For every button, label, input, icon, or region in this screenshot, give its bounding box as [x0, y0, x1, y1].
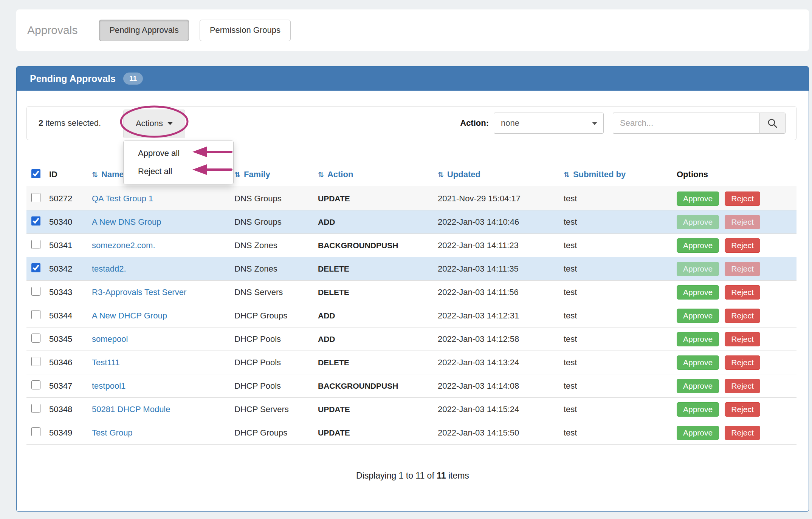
panel-title: Pending Approvals — [30, 73, 116, 84]
page-title: Approvals — [27, 24, 77, 37]
approve-button[interactable]: Approve — [677, 215, 719, 229]
table-row: 50343 R3-Approvals Test Server DNS Serve… — [26, 280, 797, 304]
row-family: DNS Groups — [231, 217, 315, 227]
row-action: UPDATE — [315, 405, 435, 414]
row-name-link[interactable]: 50281 DHCP Module — [92, 405, 170, 414]
row-updated: 2022-Jan-03 14:12:58 — [435, 334, 561, 344]
row-action: DELETE — [315, 288, 435, 297]
reject-button[interactable]: Reject — [725, 332, 760, 346]
row-updated: 2022-Jan-03 14:15:24 — [435, 405, 561, 414]
column-header-label: Family — [244, 170, 270, 179]
row-id: 50346 — [45, 358, 89, 368]
row-name-link[interactable]: testadd2. — [92, 264, 126, 273]
select-all-checkbox[interactable] — [31, 169, 40, 178]
reject-button[interactable]: Reject — [725, 192, 760, 206]
row-checkbox[interactable] — [31, 287, 40, 296]
reject-button[interactable]: Reject — [725, 238, 760, 253]
row-action: ADD — [315, 335, 435, 344]
actions-dropdown-menu: Approve all Reject all — [123, 141, 234, 184]
row-name-link[interactable]: Test Group — [92, 428, 133, 437]
row-checkbox[interactable] — [31, 193, 40, 202]
reject-button[interactable]: Reject — [725, 402, 760, 417]
table-footer: Displaying 1 to 11 of 11 items — [17, 471, 809, 481]
row-submitted-by: test — [561, 194, 674, 204]
menu-item-approve-all[interactable]: Approve all — [124, 144, 233, 162]
column-header-updated[interactable]: ⇅ Updated — [435, 170, 561, 179]
tab-permission-groups[interactable]: Permission Groups — [200, 20, 291, 41]
row-name-link[interactable]: somepool — [92, 334, 128, 344]
row-name-link[interactable]: A New DHCP Group — [92, 311, 167, 320]
row-checkbox[interactable] — [31, 334, 40, 343]
row-family: DNS Servers — [231, 287, 315, 297]
column-header-action[interactable]: ⇅ Action — [315, 170, 435, 179]
reject-button[interactable]: Reject — [725, 215, 760, 229]
row-id: 50341 — [45, 241, 89, 250]
row-submitted-by: test — [561, 405, 674, 414]
approve-button[interactable]: Approve — [677, 285, 719, 300]
search-input[interactable] — [613, 113, 759, 134]
row-family: DHCP Pools — [231, 381, 315, 391]
column-header-label: Name — [101, 170, 124, 179]
pending-approvals-table: ID ⇅ Name ⇅ Family ⇅ Action ⇅ Updated ⇅ … — [26, 162, 797, 445]
menu-item-reject-all[interactable]: Reject all — [124, 162, 233, 181]
row-name-link[interactable]: somezone2.com. — [92, 241, 155, 250]
tab-pending-approvals[interactable]: Pending Approvals — [99, 20, 189, 41]
row-family: DNS Zones — [231, 264, 315, 274]
reject-button[interactable]: Reject — [725, 285, 760, 300]
approve-button[interactable]: Approve — [677, 355, 719, 370]
row-name-link[interactable]: R3-Approvals Test Server — [92, 287, 186, 297]
search-button[interactable] — [759, 113, 786, 134]
row-action: UPDATE — [315, 194, 435, 203]
reject-button[interactable]: Reject — [725, 309, 760, 323]
row-checkbox[interactable] — [31, 263, 40, 272]
row-action: ADD — [315, 218, 435, 227]
row-submitted-by: test — [561, 241, 674, 250]
column-header-submitted-by[interactable]: ⇅ Submitted by — [561, 170, 674, 179]
row-checkbox[interactable] — [31, 357, 40, 366]
approve-button[interactable]: Approve — [677, 379, 719, 393]
row-checkbox[interactable] — [31, 404, 40, 413]
column-header-options: Options — [674, 170, 797, 179]
row-submitted-by: test — [561, 264, 674, 274]
approve-button[interactable]: Approve — [677, 262, 719, 276]
table-row: 50346 Test111 DHCP Pools DELETE 2022-Jan… — [26, 351, 797, 374]
row-family: DHCP Groups — [231, 428, 315, 438]
row-name-link[interactable]: QA Test Group 1 — [92, 194, 153, 203]
row-name-link[interactable]: A New DNS Group — [92, 217, 161, 227]
approve-button[interactable]: Approve — [677, 238, 719, 253]
row-id: 50340 — [45, 217, 89, 227]
row-id: 50345 — [45, 334, 89, 344]
column-header-id: ID — [45, 170, 89, 179]
row-checkbox[interactable] — [31, 310, 40, 319]
row-checkbox[interactable] — [31, 216, 40, 226]
column-header-family[interactable]: ⇅ Family — [231, 170, 315, 179]
row-name-link[interactable]: Test111 — [92, 358, 120, 367]
row-submitted-by: test — [561, 334, 674, 344]
reject-button[interactable]: Reject — [725, 262, 760, 276]
table-row: 50342 testadd2. DNS Zones DELETE 2022-Ja… — [26, 257, 797, 280]
row-checkbox[interactable] — [31, 380, 40, 389]
row-checkbox[interactable] — [31, 240, 40, 249]
row-submitted-by: test — [561, 358, 674, 368]
selected-count: 2 — [39, 118, 43, 128]
row-action: DELETE — [315, 264, 435, 273]
actions-dropdown-button[interactable]: Actions — [123, 110, 185, 137]
approve-button[interactable]: Approve — [677, 192, 719, 206]
row-submitted-by: test — [561, 287, 674, 297]
toolbar-right: Action: none — [460, 113, 786, 134]
reject-button[interactable]: Reject — [725, 426, 760, 440]
approve-button[interactable]: Approve — [677, 402, 719, 417]
top-bar: Approvals Pending Approvals Permission G… — [16, 9, 809, 51]
row-checkbox[interactable] — [31, 427, 40, 436]
approve-button[interactable]: Approve — [677, 332, 719, 346]
row-family: DHCP Pools — [231, 358, 315, 368]
reject-button[interactable]: Reject — [725, 355, 760, 370]
reject-button[interactable]: Reject — [725, 379, 760, 393]
approve-button[interactable]: Approve — [677, 426, 719, 440]
action-filter-select[interactable]: none — [494, 113, 604, 134]
row-family: DNS Groups — [231, 194, 315, 204]
row-name-link[interactable]: testpool1 — [92, 381, 126, 391]
approve-button[interactable]: Approve — [677, 309, 719, 323]
row-submitted-by: test — [561, 311, 674, 321]
sort-icon: ⇅ — [564, 170, 570, 179]
